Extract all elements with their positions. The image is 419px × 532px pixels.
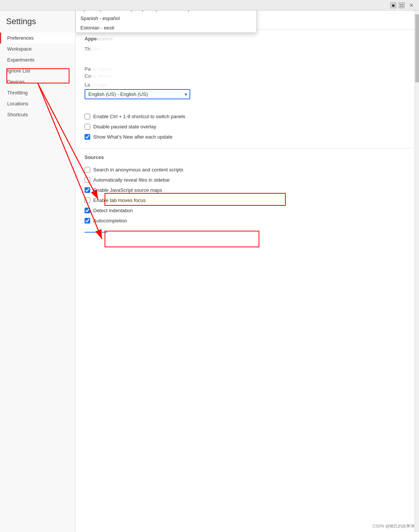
reveal-files-checkbox[interactable] xyxy=(85,177,90,183)
misc-checkboxes-section: Enable Ctrl + 1-9 shortcut to switch pan… xyxy=(75,105,414,148)
sidebar-item-shortcuts[interactable]: Shortcuts xyxy=(0,109,75,120)
dropdown-popup-list: Browser UI language Afrikaans - Afrikaan… xyxy=(76,11,256,32)
top-bar: ■ □ ✕ xyxy=(0,0,419,11)
dropdown-option-es[interactable]: Spanish - español xyxy=(76,14,256,23)
disable-paused-checkbox[interactable] xyxy=(85,124,90,130)
sources-title: Sources xyxy=(85,154,405,160)
js-source-maps-checkbox[interactable] xyxy=(85,187,90,193)
sources-section: Sources Search in anonymous and content … xyxy=(75,148,414,239)
dropdown-option-es-419[interactable]: Spanish (Latin America) - español (Latin… xyxy=(76,11,256,14)
show-whats-new-row[interactable]: Show What's New after each update xyxy=(85,132,405,142)
disable-paused-row[interactable]: Disable paused state overlay xyxy=(85,122,405,132)
theme-description: Theme xyxy=(85,46,405,52)
ctrl-shortcut-row[interactable]: Enable Ctrl + 1-9 shortcut to switch pan… xyxy=(85,111,405,122)
sidebar-item-locations[interactable]: Locations xyxy=(0,98,75,109)
devtools-window: ■ □ ✕ Settings Preferences Workspace Exp… xyxy=(0,0,419,532)
sidebar-item-preferences[interactable]: Preferences xyxy=(0,32,75,43)
sidebar-item-experiments[interactable]: Experiments xyxy=(0,54,75,65)
sidebar-item-throttling[interactable]: Throttling xyxy=(0,87,75,98)
detect-indent-checkbox[interactable] xyxy=(85,208,90,213)
detect-indent-row[interactable]: Detect indentation xyxy=(85,205,405,216)
panel-label: Panel layout xyxy=(85,66,405,72)
sidebar-item-ignore-list[interactable]: Ignore List xyxy=(0,65,75,76)
language-label: Language xyxy=(85,82,405,88)
autocompletion-checkbox[interactable] xyxy=(85,218,90,224)
tab-focus-row[interactable]: Enable tab moves focus xyxy=(85,195,405,205)
scrollbar-thumb[interactable] xyxy=(415,14,419,82)
close-button[interactable]: ✕ xyxy=(407,2,416,9)
language-select[interactable]: English (US) - English (US) xyxy=(85,89,190,99)
content-area: Preferences Appearance Theme Panel layou… xyxy=(75,11,414,532)
appearance-section: Appearance Theme xyxy=(75,30,414,60)
maximize-button[interactable]: □ xyxy=(399,2,405,8)
sidebar-title: Settings xyxy=(0,17,75,32)
appearance-title: Appearance xyxy=(85,36,405,42)
autocompletion-row[interactable]: Autocompletion xyxy=(85,216,405,226)
dropdown-option-et[interactable]: Estonian - eesti xyxy=(76,23,256,32)
reveal-files-row[interactable]: Automatically reveal files in sidebar xyxy=(85,175,405,185)
sidebar: Settings Preferences Workspace Experimen… xyxy=(0,11,75,532)
show-whats-new-checkbox[interactable] xyxy=(85,134,90,140)
sidebar-item-devices[interactable]: Devices xyxy=(0,76,75,87)
tab-focus-checkbox[interactable] xyxy=(85,197,90,203)
ctrl-shortcut-checkbox[interactable] xyxy=(85,114,90,119)
watermark: CSDN @晓氏的故事簿 xyxy=(373,523,414,529)
js-source-maps-row[interactable]: Enable JavaScript source maps xyxy=(85,185,405,195)
anon-scripts-checkbox[interactable] xyxy=(85,167,90,173)
main-layout: Settings Preferences Workspace Experimen… xyxy=(0,11,419,532)
language-section: Panel layout Color theme Browser UI lang… xyxy=(75,60,414,105)
language-dropdown-wrapper: English (US) - English (US) ▼ xyxy=(85,89,190,99)
bottom-indicator xyxy=(85,232,107,233)
anon-scripts-row[interactable]: Search in anonymous and content scripts xyxy=(85,165,405,175)
language-dropdown-popup: Browser UI language Afrikaans - Afrikaan… xyxy=(75,11,257,33)
sidebar-item-workspace[interactable]: Workspace xyxy=(0,43,75,54)
right-scrollbar[interactable] xyxy=(414,11,419,532)
minimize-button[interactable]: ■ xyxy=(390,2,396,8)
color-label: Color theme xyxy=(85,73,405,79)
